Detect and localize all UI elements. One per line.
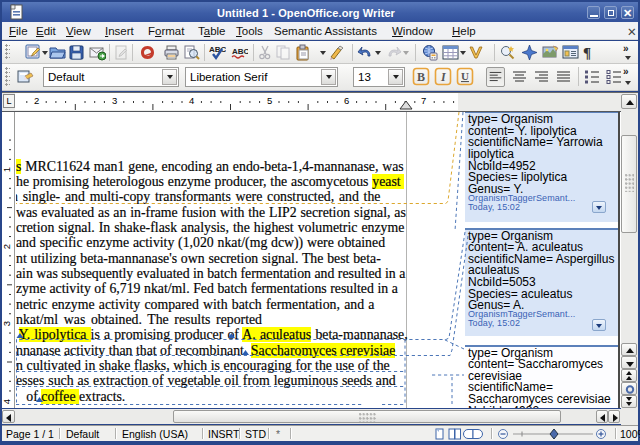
svg-text:I: I bbox=[440, 70, 447, 84]
svg-text:B: B bbox=[417, 70, 425, 84]
svg-text:ABC: ABC bbox=[209, 45, 226, 54]
svg-text:U: U bbox=[461, 70, 469, 82]
svg-text:¶: ¶ bbox=[583, 45, 591, 61]
svg-text:ABC: ABC bbox=[232, 47, 248, 56]
